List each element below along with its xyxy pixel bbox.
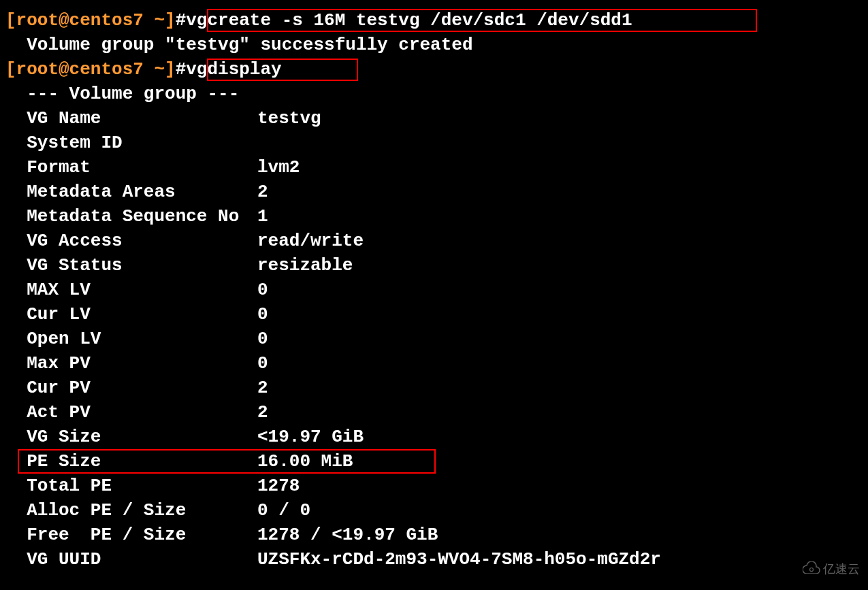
prompt-user: [root@centos7 ~] [5, 10, 176, 31]
vg-field-label: Metadata Areas [5, 180, 257, 204]
vg-field-value: UZSFKx-rCDd-2m93-WVO4-7SM8-h05o-mGZd2r [257, 549, 661, 570]
vg-fields: VG Nametestvg System ID Formatlvm2 Metad… [0, 106, 868, 572]
vg-field-row: VG Statusresizable [0, 253, 868, 278]
vg-field-value: 2 [257, 182, 268, 202]
vg-field-label: Max PV [5, 351, 257, 376]
vg-header: --- Volume group --- [0, 82, 868, 106]
vg-field-row: Metadata Areas2 [0, 180, 868, 204]
vg-field-row: Max PV0 [0, 351, 868, 376]
vg-field-value: read/write [257, 231, 364, 251]
vg-field-label: Format [5, 155, 257, 180]
vg-field-row: MAX LV0 [0, 278, 868, 302]
vg-field-label: Metadata Sequence No [5, 204, 257, 229]
vg-field-value: resizable [257, 255, 353, 276]
vg-field-row: Free PE / Size1278 / <19.97 GiB [0, 523, 868, 547]
vg-field-row: VG Accessread/write [0, 229, 868, 253]
vg-field-value: 1278 / <19.97 GiB [257, 525, 438, 545]
prompt-user: [root@centos7 ~] [5, 59, 176, 80]
vg-field-label: Alloc PE / Size [5, 498, 257, 523]
vg-field-value: 0 / 0 [257, 500, 310, 521]
vg-field-row: PE Size16.00 MiB [0, 449, 868, 474]
vg-field-row: Open LV0 [0, 327, 868, 351]
vg-field-label: Open LV [5, 327, 257, 351]
vg-field-label: System ID [5, 131, 257, 155]
vg-field-label: Cur PV [5, 376, 257, 400]
vg-field-row: Metadata Sequence No1 [0, 204, 868, 229]
cloud-icon [803, 557, 820, 582]
output-vgcreate: Volume group "testvg" successfully creat… [0, 33, 868, 57]
vg-field-value: 1 [257, 206, 268, 227]
vg-field-value: 1278 [257, 476, 300, 496]
vg-field-row: VG Size<19.97 GiB [0, 425, 868, 449]
vg-field-row: Alloc PE / Size0 / 0 [0, 498, 868, 523]
vg-field-row: Act PV2 [0, 400, 868, 425]
vg-field-row: System ID [0, 131, 868, 155]
vg-field-label: Cur LV [5, 302, 257, 327]
vg-field-value: 2 [257, 378, 268, 398]
watermark: 亿速云 [803, 557, 860, 582]
vg-field-value: 0 [257, 353, 268, 374]
terminal-line-prompt-2: [root@centos7 ~]#vgdisplay [0, 57, 868, 82]
vg-field-value: testvg [257, 108, 321, 129]
vg-field-label: VG Name [5, 106, 257, 131]
vg-field-value: 2 [257, 402, 268, 423]
vg-field-label: VG Status [5, 253, 257, 278]
vg-field-value: 0 [257, 280, 268, 300]
vg-field-value: lvm2 [257, 157, 300, 178]
watermark-text: 亿速云 [823, 562, 860, 576]
vg-field-value: <19.97 GiB [257, 427, 364, 447]
vg-field-row: Total PE1278 [0, 474, 868, 498]
vg-field-row: VG UUIDUZSFKx-rCDd-2m93-WVO4-7SM8-h05o-m… [0, 547, 868, 572]
vg-field-label: VG Access [5, 229, 257, 253]
vg-field-label: VG UUID [5, 547, 257, 572]
vg-field-label: Act PV [5, 400, 257, 425]
command-vgcreate: vgcreate -s 16M testvg /dev/sdc1 /dev/sd… [186, 10, 632, 31]
vg-field-row: Formatlvm2 [0, 155, 868, 180]
vg-field-label: VG Size [5, 425, 257, 449]
vg-field-value: 0 [257, 304, 268, 325]
vg-field-label: MAX LV [5, 278, 257, 302]
vg-field-label: PE Size [5, 449, 257, 474]
vg-field-row: VG Nametestvg [0, 106, 868, 131]
prompt-hash: # [176, 59, 187, 80]
vg-field-value: 16.00 MiB [257, 451, 353, 472]
vg-field-row: Cur PV2 [0, 376, 868, 400]
prompt-hash: # [176, 10, 187, 31]
vg-field-value: 0 [257, 329, 268, 349]
vg-field-label: Total PE [5, 474, 257, 498]
vg-field-label: Free PE / Size [5, 523, 257, 547]
svg-point-0 [810, 568, 814, 572]
command-vgdisplay: vgdisplay [186, 59, 281, 80]
vg-field-row: Cur LV0 [0, 302, 868, 327]
terminal-line-prompt-1: [root@centos7 ~]#vgcreate -s 16M testvg … [0, 8, 868, 33]
